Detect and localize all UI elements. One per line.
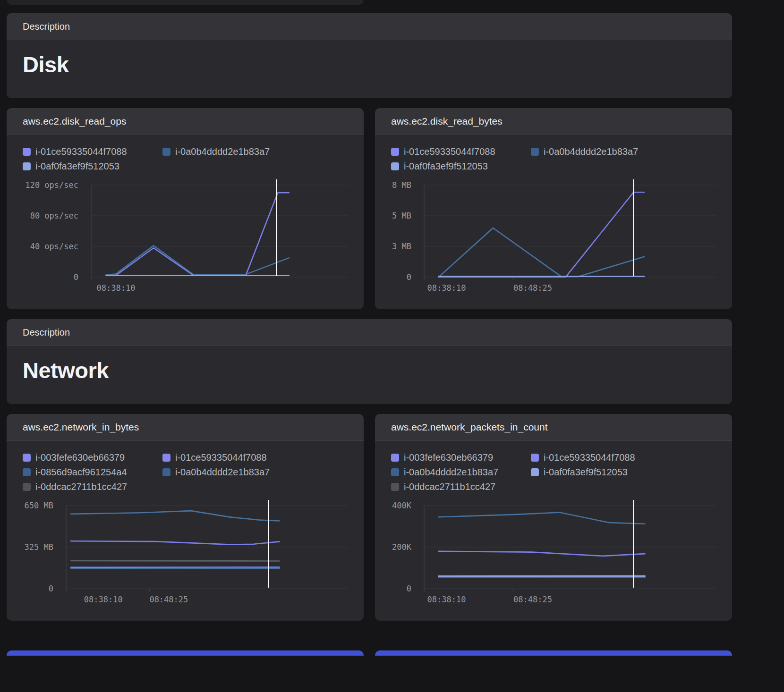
series-line — [71, 568, 280, 569]
legend-swatch-icon — [162, 148, 170, 156]
legend-item[interactable]: i-0a0b4dddd2e1b83a7 — [162, 467, 286, 478]
legend-swatch-icon — [23, 483, 31, 491]
dashboard-page: Description Disk aws.ec2.disk_read_ops i… — [7, 0, 732, 656]
chart-card-disk-read-ops-header: aws.ec2.disk_read_ops — [7, 108, 364, 135]
chart-plot-area[interactable]: 120 ops/sec80 ops/sec40 ops/sec008:38:10 — [7, 178, 364, 301]
legend-item[interactable]: i-01ce59335044f7088 — [391, 146, 514, 157]
series-line — [71, 561, 280, 561]
y-tick-label: 40 ops/sec — [30, 242, 78, 251]
chart-plot-area[interactable]: 400K200K008:38:1008:48:25 — [375, 499, 732, 612]
legend-swatch-icon — [391, 148, 399, 156]
network-charts-row: aws.ec2.network_in_bytes i-003fefe630eb6… — [7, 414, 732, 621]
previous-card-bottom-edge — [7, 0, 364, 5]
y-tick-label: 650 MB — [25, 501, 53, 510]
chart-card-disk-read-bytes: aws.ec2.disk_read_bytes i-01ce59335044f7… — [375, 108, 732, 309]
legend-item[interactable]: i-0af0fa3ef9f512053 — [23, 161, 146, 172]
legend-swatch-icon — [23, 454, 31, 462]
legend-swatch-icon — [391, 483, 399, 491]
chart-canvas[interactable]: 8 MB5 MB3 MB008:38:1008:48:25 — [375, 178, 732, 299]
legend-item[interactable]: i-01ce59335044f7088 — [23, 146, 146, 157]
description-card-network: Description Network — [7, 319, 732, 404]
legend-item[interactable]: i-0af0fa3ef9f512053 — [531, 467, 654, 478]
legend-swatch-icon — [391, 454, 399, 462]
legend-item[interactable]: i-0ddcac2711b1cc427 — [391, 481, 514, 492]
x-tick-label: 08:48:25 — [513, 283, 552, 293]
legend-series-label: i-0af0fa3ef9f512053 — [404, 161, 488, 172]
chart-plot-area[interactable]: 650 MB325 MB008:38:1008:48:25 — [7, 499, 364, 612]
y-tick-label: 5 MB — [392, 211, 411, 220]
y-tick-label: 120 ops/sec — [25, 180, 78, 190]
legend-item[interactable]: i-01ce59335044f7088 — [531, 452, 654, 463]
chart-card-network-in-bytes-header: aws.ec2.network_in_bytes — [7, 414, 364, 441]
legend-item[interactable]: i-0af0fa3ef9f512053 — [391, 161, 514, 172]
legend-item[interactable]: i-01ce59335044f7088 — [162, 452, 286, 463]
section-title-disk: Disk — [23, 51, 716, 77]
chart-canvas[interactable]: 120 ops/sec80 ops/sec40 ops/sec008:38:10 — [7, 178, 364, 299]
x-tick-label: 08:38:10 — [97, 283, 136, 293]
legend-series-label: i-003fefe630eb66379 — [35, 452, 125, 463]
chart-card-disk-read-bytes-header: aws.ec2.disk_read_bytes — [375, 108, 732, 135]
x-tick-label: 08:48:25 — [513, 595, 552, 604]
legend-series-label: i-0af0fa3ef9f512053 — [544, 467, 628, 478]
x-tick-label: 08:38:10 — [427, 595, 466, 604]
chart-canvas[interactable]: 650 MB325 MB008:38:1008:48:25 — [7, 499, 364, 610]
legend-item[interactable]: i-003fefe630eb66379 — [391, 452, 514, 463]
legend-series-label: i-0a0b4dddd2e1b83a7 — [404, 467, 498, 478]
legend-item[interactable]: i-003fefe630eb66379 — [23, 452, 146, 463]
legend-item[interactable]: i-0a0b4dddd2e1b83a7 — [391, 467, 514, 478]
chart-canvas[interactable]: 400K200K008:38:1008:48:25 — [375, 499, 732, 610]
x-tick-label: 08:38:10 — [84, 595, 123, 604]
legend-series-label: i-0856d9acf961254a4 — [35, 467, 127, 478]
legend-series-label: i-01ce59335044f7088 — [35, 146, 127, 157]
chart-title: aws.ec2.disk_read_bytes — [391, 116, 503, 127]
legend-swatch-icon — [531, 148, 539, 156]
description-card-disk: Description Disk — [7, 13, 732, 98]
description-card-disk-body: Disk — [7, 40, 732, 98]
y-tick-label: 0 — [407, 272, 411, 282]
y-tick-label: 3 MB — [392, 242, 411, 251]
chart-legend: i-01ce59335044f7088i-0a0b4dddd2e1b83a7i-… — [7, 135, 364, 176]
series-line — [106, 193, 289, 276]
legend-swatch-icon — [162, 468, 170, 476]
legend-swatch-icon — [23, 468, 31, 476]
disk-charts-row: aws.ec2.disk_read_ops i-01ce59335044f708… — [7, 108, 732, 309]
description-card-network-header: Description — [7, 319, 732, 346]
legend-item[interactable]: i-0a0b4dddd2e1b83a7 — [531, 146, 654, 157]
chart-card-network-packets-in-count: aws.ec2.network_packets_in_count i-003fe… — [375, 414, 732, 621]
description-label: Description — [23, 327, 70, 338]
y-tick-label: 200K — [392, 542, 412, 552]
legend-item[interactable]: i-0ddcac2711b1cc427 — [23, 481, 146, 492]
chart-legend: i-003fefe630eb66379i-01ce59335044f7088i-… — [375, 441, 732, 496]
legend-item[interactable]: i-0856d9acf961254a4 — [23, 467, 146, 478]
legend-series-label: i-0a0b4dddd2e1b83a7 — [175, 467, 270, 478]
series-line — [439, 192, 645, 277]
y-tick-label: 0 — [74, 272, 78, 282]
legend-series-label: i-0af0fa3ef9f512053 — [35, 161, 119, 172]
description-card-disk-header: Description — [7, 13, 732, 40]
y-tick-label: 80 ops/sec — [30, 211, 78, 220]
y-tick-label: 400K — [392, 501, 412, 510]
legend-swatch-icon — [531, 454, 539, 462]
legend-series-label: i-0ddcac2711b1cc427 — [35, 481, 127, 492]
chart-card-network-in-bytes: aws.ec2.network_in_bytes i-003fefe630eb6… — [7, 414, 364, 621]
legend-item[interactable]: i-0a0b4dddd2e1b83a7 — [162, 146, 286, 157]
legend-swatch-icon — [531, 468, 539, 476]
chart-plot-area[interactable]: 8 MB5 MB3 MB008:38:1008:48:25 — [375, 178, 732, 301]
chart-title: aws.ec2.disk_read_ops — [23, 116, 126, 127]
legend-swatch-icon — [391, 468, 399, 476]
next-card-top-edge-left — [7, 650, 364, 656]
series-line — [439, 551, 645, 556]
next-card-top-edge-right — [375, 650, 732, 656]
series-line — [71, 511, 280, 521]
legend-swatch-icon — [23, 162, 31, 170]
legend-swatch-icon — [391, 162, 399, 170]
legend-series-label: i-01ce59335044f7088 — [544, 452, 635, 463]
chart-card-disk-read-ops: aws.ec2.disk_read_ops i-01ce59335044f708… — [7, 108, 364, 309]
y-tick-label: 0 — [49, 584, 53, 593]
legend-series-label: i-01ce59335044f7088 — [175, 452, 267, 463]
legend-series-label: i-0a0b4dddd2e1b83a7 — [544, 146, 638, 157]
y-tick-label: 325 MB — [25, 542, 53, 552]
chart-title: aws.ec2.network_packets_in_count — [391, 422, 548, 433]
series-line — [106, 245, 289, 275]
chart-title: aws.ec2.network_in_bytes — [23, 422, 139, 433]
